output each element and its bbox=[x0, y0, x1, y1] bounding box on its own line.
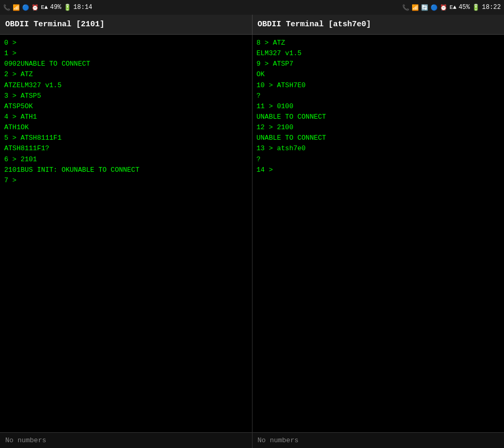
phone-icon-right: 📞 bbox=[402, 4, 410, 11]
bluetooth-icon-right: 🔵 bbox=[430, 4, 438, 11]
terminal-line: 10 > ATSH7E0 bbox=[257, 80, 500, 91]
terminal-line: 9 > ATSP7 bbox=[257, 59, 500, 69]
time-left: 18:14 bbox=[74, 4, 92, 11]
battery-right: 45% bbox=[458, 4, 470, 11]
alarm-icon-right: ⏰ bbox=[440, 4, 447, 11]
title-right: OBDII Terminal [atsh7e0] bbox=[258, 20, 371, 29]
footer: No numbers No numbers bbox=[0, 432, 504, 448]
footer-left: No numbers bbox=[0, 433, 253, 448]
terminal-line: 2101BUS INIT: OKUNABLE TO CONNECT bbox=[4, 165, 248, 175]
terminal-line: 8 > ATZ bbox=[257, 38, 500, 48]
status-left: 📞 📶 🔵 ⏰ E▲ 49% 🔋 18:14 bbox=[3, 4, 92, 12]
terminal-line: UNABLE TO CONNECT bbox=[257, 112, 500, 122]
battery-left: 49% bbox=[50, 4, 61, 11]
terminal-line: UNABLE TO CONNECT bbox=[257, 133, 500, 143]
terminal-line: 11 > 0100 bbox=[257, 101, 500, 112]
terminal-line: 1 > bbox=[4, 48, 248, 59]
terminal-line: 6 > 2101 bbox=[4, 154, 248, 165]
wifi-icon-right: 📶 bbox=[412, 4, 419, 11]
wifi-icon: 📶 bbox=[13, 4, 20, 11]
terminal-line: ATZELM327 v1.5 bbox=[4, 80, 248, 91]
title-left: OBDII Terminal [2101] bbox=[5, 20, 104, 29]
title-bar: OBDII Terminal [2101] OBDII Terminal [at… bbox=[0, 15, 504, 35]
terminal-line: 12 > 2100 bbox=[257, 122, 500, 133]
footer-right: No numbers bbox=[253, 433, 505, 448]
alarm-icon-left: ⏰ bbox=[32, 4, 39, 11]
phone-icon: 📞 bbox=[3, 4, 10, 11]
footer-label-right: No numbers bbox=[258, 436, 299, 444]
signal-icon-right: E▲ bbox=[449, 4, 456, 11]
refresh-icon: 🔄 bbox=[421, 4, 428, 11]
time-right: 18:22 bbox=[482, 4, 501, 11]
terminal-line: 0902UNABLE TO CONNECT bbox=[4, 59, 248, 69]
terminal-line: ? bbox=[257, 154, 500, 165]
signal-icon-left: E▲ bbox=[41, 4, 48, 11]
terminal-panel-right: 8 > ATZELM327 v1.59 > ATSP7OK10 > ATSH7E… bbox=[253, 35, 505, 432]
terminal-line: ELM327 v1.5 bbox=[257, 48, 500, 59]
terminal-line: ATSP5OK bbox=[4, 101, 248, 112]
main-area: 0 >1 >0902UNABLE TO CONNECT2 > ATZATZELM… bbox=[0, 35, 504, 432]
title-panel-right: OBDII Terminal [atsh7e0] bbox=[253, 15, 505, 35]
terminal-line: 13 > atsh7e0 bbox=[257, 143, 500, 154]
terminal-panel-left: 0 >1 >0902UNABLE TO CONNECT2 > ATZATZELM… bbox=[0, 35, 253, 432]
terminal-line: 2 > ATZ bbox=[4, 69, 248, 80]
terminal-line: 5 > ATSH8111F1 bbox=[4, 133, 248, 143]
terminal-line: OK bbox=[257, 69, 500, 80]
terminal-line: 14 > bbox=[257, 165, 500, 175]
terminal-line: 7 > bbox=[4, 175, 248, 186]
terminal-line: 3 > ATSP5 bbox=[4, 91, 248, 101]
status-right: 📞 📶 🔄 🔵 ⏰ E▲ 45% 🔋 18:22 bbox=[402, 4, 501, 12]
terminal-line: 4 > ATH1 bbox=[4, 112, 248, 122]
bluetooth-icon-left: 🔵 bbox=[22, 4, 29, 11]
terminal-line: ATH1OK bbox=[4, 122, 248, 133]
terminal-line: 0 > bbox=[4, 38, 248, 48]
title-panel-left: OBDII Terminal [2101] bbox=[0, 15, 253, 35]
status-bar: 📞 📶 🔵 ⏰ E▲ 49% 🔋 18:14 📞 📶 🔄 🔵 ⏰ E▲ 45% … bbox=[0, 0, 504, 15]
terminal-line: ATSH8111F1? bbox=[4, 143, 248, 154]
terminal-line: ? bbox=[257, 91, 500, 101]
footer-label-left: No numbers bbox=[5, 436, 46, 444]
